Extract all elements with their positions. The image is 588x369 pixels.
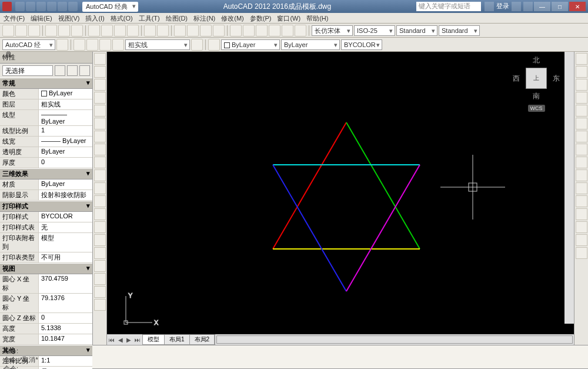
textstyle-select[interactable]: 长仿宋体 [312,25,353,36]
qat-print-icon[interactable] [68,2,78,11]
property-value[interactable]: 是 [38,367,92,369]
layer-freeze-button[interactable] [99,39,111,51]
menu-modify[interactable]: 修改(M) [221,13,244,23]
menu-parametric[interactable]: 参数(P) [250,13,272,23]
line-blue[interactable] [273,165,346,291]
property-value[interactable]: 模型 [38,233,92,252]
pan-button[interactable] [174,25,186,36]
property-value[interactable]: 无 [38,222,92,232]
line-magenta[interactable] [346,165,420,291]
menu-format[interactable]: 格式(O) [111,13,133,23]
block-icon[interactable] [94,208,106,220]
menu-help[interactable]: 帮助(H) [306,13,328,23]
cat-general[interactable]: 常规▾ [0,78,92,89]
workspace-selector[interactable]: AutoCAD 经典 [82,2,138,12]
erase-icon[interactable] [576,53,587,65]
region-icon[interactable] [94,260,106,272]
property-value[interactable]: BYCOLOR [38,212,92,222]
maximize-button[interactable]: □ [552,2,568,11]
copy-button[interactable] [101,25,113,36]
paste-button[interactable] [114,25,126,36]
table-icon[interactable] [94,273,106,285]
qat-open-icon[interactable] [26,2,35,11]
copy-icon[interactable] [576,66,587,78]
viewcube-south[interactable]: 南 [513,91,560,101]
property-value[interactable]: 不可用 [38,252,92,262]
publish-button[interactable] [71,25,83,36]
markup-button[interactable] [282,25,293,36]
menu-file[interactable]: 文件(F) [4,13,25,23]
cat-3deffect[interactable]: 三维效果▾ [0,168,92,179]
mlstyle-select[interactable]: Standard [439,25,480,36]
tool-palette-button[interactable] [256,25,268,36]
sheet-set-button[interactable] [269,25,280,36]
trim-icon[interactable] [576,169,587,181]
properties-button[interactable] [230,25,242,36]
menu-edit[interactable]: 编辑(E) [31,13,52,23]
scale-icon[interactable] [576,144,587,155]
color-button[interactable] [208,39,220,51]
menu-tools[interactable]: 工具(T) [139,13,160,23]
undo-button[interactable] [144,25,156,36]
mtext-icon[interactable] [94,286,106,298]
extend-icon[interactable] [576,182,587,194]
help-search-input[interactable]: 键入关键字或短语 [416,2,481,11]
break-icon[interactable] [576,195,587,207]
tablestyle-select[interactable]: Standard [396,25,437,36]
layer-iso-button[interactable] [86,39,98,51]
quickselect-icon[interactable] [55,65,65,76]
property-value[interactable]: 粗实线 [38,99,92,109]
save-button[interactable] [28,25,40,36]
property-value[interactable]: 投射和接收阴影 [38,190,92,200]
join-icon[interactable] [576,208,587,220]
cat-plotstyle[interactable]: 打印样式▾ [0,201,92,212]
linetype-select[interactable]: 粗实线 [125,39,190,50]
rectangle-icon[interactable] [94,105,106,117]
ellipse-icon[interactable] [94,169,106,181]
ltype-button[interactable] [191,39,203,51]
property-value[interactable]: 0 [38,313,92,323]
property-value[interactable]: ———— ByLayer [38,110,92,125]
viewcube-east[interactable]: 东 [553,74,560,84]
spline-icon[interactable] [94,157,106,168]
pickadd-icon[interactable] [79,65,90,76]
line-green[interactable] [346,122,420,249]
point-icon[interactable] [94,221,106,233]
revcloud-icon[interactable] [94,144,106,155]
dimstyle-select[interactable]: ISO-25 [354,25,395,36]
zoom-button[interactable] [187,25,199,36]
property-value[interactable]: ByLayer [38,89,92,99]
preview-button[interactable] [58,25,70,36]
qat-new-icon[interactable] [15,2,25,11]
open-button[interactable] [15,25,27,36]
polygon-icon[interactable] [94,92,106,104]
login-link[interactable]: 登录 [496,2,509,11]
layer-manager-button[interactable] [56,39,68,51]
hatch-icon[interactable] [94,234,106,246]
insert-icon[interactable] [94,195,106,207]
minimize-button[interactable]: — [534,2,550,11]
tab-nav-next[interactable]: ▶ [125,337,133,343]
viewcube-wcs[interactable]: WCS [528,105,545,112]
xline-icon[interactable] [94,66,106,78]
property-value[interactable]: ByLayer [38,147,92,157]
menu-view[interactable]: 视图(V) [58,13,80,23]
close-button[interactable]: ✕ [569,2,586,11]
qat-undo-icon[interactable] [47,2,56,11]
quickcalc-button[interactable] [295,25,306,36]
tab-nav-first[interactable]: ⏮ [107,337,116,343]
menu-draw[interactable]: 绘图(D) [166,13,188,23]
property-value[interactable]: 1:1 [38,356,92,366]
linetype2-select[interactable]: ByLayer [281,39,340,50]
line-icon[interactable] [94,53,106,65]
viewcube[interactable]: 北 西 上 东 南 WCS [513,55,560,114]
match-button[interactable] [127,25,139,36]
property-value[interactable]: 79.1376 [38,294,92,313]
viewcube-north[interactable]: 北 [513,55,560,65]
cut-button[interactable] [88,25,100,36]
redo-button[interactable] [157,25,169,36]
drawing-area[interactable]: Y X 北 西 上 东 南 WCS ⏮ ◀ ▶ ⏭ [107,52,574,345]
property-value[interactable]: 0 [38,158,92,168]
plot-button[interactable] [45,25,57,36]
layer-state-button[interactable] [74,39,85,51]
